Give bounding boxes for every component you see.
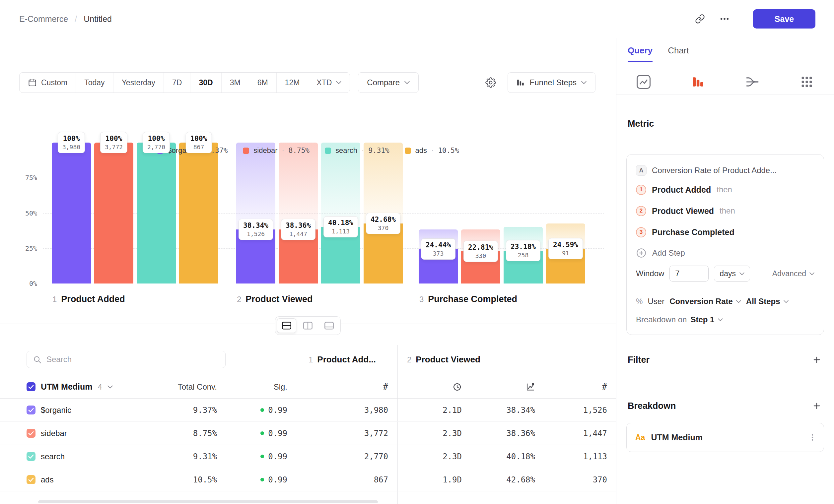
date-range-30d[interactable]: 30D	[191, 73, 221, 92]
funnel-bar[interactable]	[364, 224, 403, 283]
chart-type-funnel-tab[interactable]	[671, 69, 725, 94]
window-row: Window days Advanced	[636, 263, 814, 284]
legend-item[interactable]: $organic·9.37%	[157, 146, 227, 155]
breakdown-on-select[interactable]: Breakdown on Step 1	[636, 315, 723, 324]
row-sig: 0.99	[217, 452, 287, 461]
link-icon	[695, 14, 705, 24]
funnel-bar[interactable]	[94, 143, 133, 283]
add-breakdown-button[interactable]	[809, 398, 824, 413]
horizontal-scrollbar-thumb[interactable]	[38, 500, 378, 503]
row-checkbox[interactable]	[26, 429, 36, 438]
step2-count-column-button[interactable]: #	[535, 382, 607, 392]
search-input[interactable]	[46, 355, 219, 364]
plus-icon	[812, 401, 821, 411]
more-options-button[interactable]	[716, 10, 733, 27]
date-range-yesterday[interactable]: Yesterday	[113, 73, 164, 92]
funnel-bar[interactable]	[179, 143, 218, 283]
chevron-down-icon[interactable]	[108, 385, 113, 389]
legend-item[interactable]: sidebar·8.75%	[243, 146, 309, 155]
advanced-button[interactable]: Advanced	[772, 269, 814, 278]
breakdown-item-card[interactable]: Aa UTM Medium	[626, 423, 824, 452]
metric-card: A Conversion Rate of Product Adde... 1Pr…	[626, 154, 824, 335]
total-conv-header[interactable]: Total Conv.	[139, 382, 217, 392]
tab-chart[interactable]: Chart	[668, 45, 689, 62]
all-steps-select[interactable]: All Steps	[746, 297, 789, 306]
date-range-custom[interactable]: Custom	[20, 73, 76, 92]
add-filter-button[interactable]	[809, 352, 824, 367]
funnel-bar[interactable]	[236, 229, 275, 283]
row-checkbox[interactable]	[26, 406, 36, 414]
date-range-label: XTD	[316, 78, 332, 87]
window-unit-label: days	[720, 269, 736, 278]
breadcrumb-project[interactable]: E-Commerce	[19, 14, 68, 24]
main-content: CustomTodayYesterday7D30D3M6M12MXTD Comp…	[0, 38, 616, 504]
chart-type-label: Funnel Steps	[530, 78, 576, 87]
metric-step-label: Purchase Completed	[652, 227, 734, 237]
y-axis-tick: 75%	[13, 174, 37, 182]
row-step2-pct: 40.18%	[462, 452, 535, 461]
bar-pct-label: 100%	[62, 135, 80, 143]
add-step-button[interactable]: Add Step	[636, 243, 814, 263]
chart-type-line-tab[interactable]	[616, 69, 671, 94]
funnel-bar[interactable]	[137, 143, 176, 283]
date-range-xtd[interactable]: XTD	[308, 73, 350, 92]
row-checkbox[interactable]	[26, 475, 36, 484]
compare-button[interactable]: Compare	[358, 72, 419, 93]
date-range-6m[interactable]: 6M	[249, 73, 277, 92]
chevron-down-icon	[740, 272, 744, 275]
funnel-bar-remainder	[236, 143, 275, 229]
funnel-bar[interactable]	[52, 143, 91, 283]
step-number-badge: 3	[636, 227, 646, 237]
funnel-bar-remainder	[321, 143, 360, 227]
funnel-bar[interactable]	[321, 227, 360, 283]
select-all-checkbox[interactable]	[26, 382, 36, 391]
breakdown-heading: Breakdown	[628, 401, 676, 411]
chart-type-button[interactable]: Funnel Steps	[508, 72, 595, 93]
avg-time-column-button[interactable]	[388, 382, 462, 392]
chart-type-flows-tab[interactable]	[725, 69, 780, 94]
group-step-number: 1	[309, 355, 313, 364]
breadcrumb-title[interactable]: Untitled	[84, 14, 112, 24]
funnel-bar[interactable]	[461, 251, 500, 283]
conversion-rate-select[interactable]: Conversion Rate	[670, 297, 741, 306]
save-button[interactable]: Save	[753, 9, 815, 28]
share-link-button[interactable]	[692, 10, 708, 27]
date-range-3m[interactable]: 3M	[222, 73, 249, 92]
funnel-bar[interactable]	[419, 249, 458, 283]
settings-gear-button[interactable]	[482, 74, 499, 91]
layout-split-horizontal-button[interactable]	[277, 318, 296, 333]
date-range-7d[interactable]: 7D	[164, 73, 191, 92]
breakdown-column-title[interactable]: UTM Medium	[41, 382, 92, 392]
legend-item[interactable]: ads·10.5%	[405, 146, 459, 155]
metric-step[interactable]: 2Product Viewedthen	[636, 200, 814, 222]
date-range-today[interactable]: Today	[76, 73, 113, 92]
window-label: Window	[636, 269, 664, 278]
step1-count-column-button[interactable]: #	[287, 382, 388, 392]
step-name: Product Added	[61, 294, 125, 304]
date-range-group: CustomTodayYesterday7D30D3M6M12MXTD	[19, 72, 350, 93]
funnel-bar[interactable]	[279, 229, 318, 283]
conv-trend-column-button[interactable]	[462, 382, 535, 392]
step-number-badge: 1	[636, 185, 646, 195]
tab-query[interactable]: Query	[628, 45, 653, 62]
metric-step[interactable]: 3Purchase Completed	[636, 222, 814, 243]
funnel-bar[interactable]	[504, 251, 543, 283]
funnel-bar[interactable]	[546, 249, 585, 283]
group-step-name: Product Viewed	[416, 354, 480, 365]
card-divider	[636, 288, 814, 288]
chevron-down-icon	[404, 81, 410, 84]
all-steps-label: All Steps	[746, 297, 780, 306]
layout-bottom-panel-button[interactable]	[320, 318, 339, 333]
chart-type-grid-tab[interactable]	[780, 69, 834, 94]
sig-header[interactable]: Sig.	[217, 382, 287, 392]
window-unit-select[interactable]: days	[714, 266, 750, 281]
legend-item[interactable]: search·9.31%	[325, 146, 390, 155]
metric-title[interactable]: Conversion Rate of Product Adde...	[652, 166, 776, 175]
metric-step[interactable]: 1Product Addedthen	[636, 179, 814, 200]
window-input[interactable]	[670, 266, 709, 281]
metric-step-label: Product Added	[652, 185, 711, 194]
breakdown-item-menu[interactable]	[805, 430, 820, 445]
row-checkbox[interactable]	[26, 452, 36, 461]
date-range-12m[interactable]: 12M	[277, 73, 309, 92]
layout-split-vertical-button[interactable]	[298, 318, 317, 333]
